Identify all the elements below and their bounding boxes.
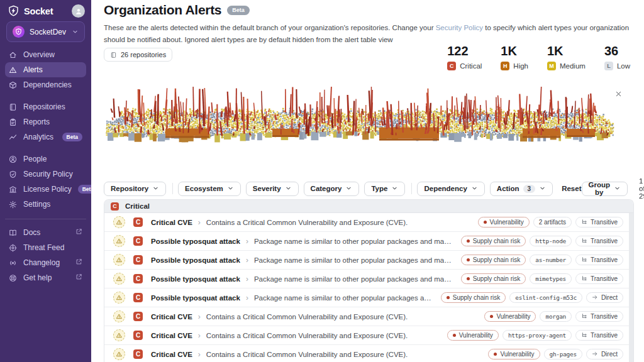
book-icon	[9, 103, 17, 111]
chevron-down-icon	[391, 185, 398, 193]
chevron-right-icon: ›	[246, 237, 248, 246]
filter-type-dropdown[interactable]: Type	[364, 182, 405, 196]
chevron-right-icon: ›	[246, 256, 248, 265]
repositories-chip-label: 26 repositories	[121, 51, 166, 58]
alert-table-row[interactable]: CCritical CVE›Contains a Critical Common…	[104, 345, 633, 362]
chart-close-button[interactable]	[612, 87, 625, 100]
filter-groups: RepositoryEcosystemSeverityCategoryTypeD…	[104, 182, 558, 196]
broadcast-icon	[9, 259, 17, 267]
sidebar-item-get-help[interactable]: Get help	[5, 270, 86, 285]
sidebar-item-security-policy[interactable]: Security Policy	[5, 167, 86, 182]
filter-category-dropdown[interactable]: Category	[304, 182, 360, 196]
direct-icon	[592, 294, 598, 302]
alert-title: Critical CVE	[151, 332, 192, 339]
gear-icon	[9, 200, 17, 209]
alert-description: Contains a Critical Common Vulnerability…	[206, 351, 408, 358]
alert-title: Possible typosquat attack	[151, 238, 240, 245]
nav-section: OverviewAlertsDependencies	[5, 47, 86, 92]
severity-stats: 122CCritical1KHHigh1KMMedium36LLow	[447, 44, 630, 70]
sidebar-item-threat-feed[interactable]: Threat Feed	[5, 240, 86, 255]
stat-low: 36LLow	[604, 44, 630, 70]
alert-table-row[interactable]: CCritical CVE›Contains a Critical Common…	[104, 307, 633, 326]
package-name-pill: as-number	[530, 255, 572, 265]
warning-triangle-icon	[113, 273, 125, 285]
sidebar-item-dependencies[interactable]: Dependencies	[5, 77, 86, 92]
transitive-icon	[581, 256, 587, 264]
risk-type-pill: Vulnerability	[478, 217, 530, 228]
group-by-dropdown[interactable]: Group by	[582, 182, 628, 196]
chevron-right-icon: ›	[198, 218, 201, 227]
external-link-icon	[75, 273, 82, 282]
alert-table-row[interactable]: CPossible typosquat attack›Package name …	[104, 288, 633, 307]
table-scrollbar[interactable]	[629, 213, 633, 362]
person-icon	[9, 155, 17, 163]
filter-action-dropdown[interactable]: Action3	[490, 182, 553, 196]
chevron-right-icon: ›	[246, 293, 248, 302]
risk-dot-icon	[453, 334, 456, 337]
alert-description: Contains a Critical Common Vulnerability…	[206, 313, 408, 321]
severity-badge-critical: C	[133, 293, 143, 302]
sidebar-item-alerts[interactable]: Alerts	[5, 62, 86, 77]
sidebar-item-overview[interactable]: Overview	[5, 47, 86, 62]
user-avatar[interactable]	[72, 4, 85, 18]
dependency-type-pill: Direct	[586, 349, 623, 359]
brand-name: Socket	[24, 6, 53, 16]
alert-table-row[interactable]: CCritical CVE›Contains a Critical Common…	[104, 213, 633, 232]
sidebar-item-license-policy[interactable]: License PolicyBeta	[5, 182, 86, 197]
socket-brand[interactable]: Socket	[8, 5, 72, 17]
reset-filters-button[interactable]: Reset	[562, 185, 581, 192]
sidebar-item-analytics[interactable]: AnalyticsBeta	[5, 129, 86, 145]
security-policy-link[interactable]: Security Policy	[436, 24, 483, 31]
alert-description: Contains a Critical Common Vulnerability…	[206, 332, 408, 339]
stat-critical: 122CCritical	[447, 44, 482, 70]
alert-table-row[interactable]: CCritical CVE›Contains a Critical Common…	[104, 326, 633, 345]
sidebar: Socket SocketDev OverviewAlertsDependenc…	[0, 0, 91, 362]
filter-severity-dropdown[interactable]: Severity	[246, 182, 299, 196]
book-open-icon	[9, 229, 17, 237]
alerts-table: C Critical CCritical CVE›Contains a Crit…	[104, 199, 634, 362]
sidebar-item-docs[interactable]: Docs	[5, 225, 86, 240]
risk-dot-icon	[467, 239, 470, 243]
org-selector[interactable]: SocketDev	[6, 21, 85, 42]
sidebar-item-reports[interactable]: Reports	[5, 114, 86, 129]
risk-type-pill: Supply chain risk	[461, 255, 526, 265]
alert-title: Possible typosquat attack	[151, 294, 240, 302]
sidebar-item-settings[interactable]: Settings	[5, 197, 86, 212]
chevron-down-icon	[72, 26, 79, 38]
alert-table-row[interactable]: CPossible typosquat attack›Package name …	[104, 232, 633, 251]
external-link-icon	[75, 258, 82, 267]
chevron-down-icon	[285, 185, 292, 193]
risk-dot-icon	[467, 277, 470, 280]
table-group-header[interactable]: C Critical	[104, 200, 633, 213]
repositories-chip[interactable]: 26 repositories	[104, 48, 172, 62]
risk-dot-icon	[494, 353, 497, 356]
transitive-icon	[581, 313, 587, 321]
severity-badge-critical: C	[133, 312, 143, 321]
dependency-type-pill: Transitive	[575, 255, 623, 265]
filter-ecosystem-dropdown[interactable]: Ecosystem	[178, 182, 241, 196]
sidebar-item-changelog[interactable]: Changelog	[5, 255, 86, 270]
severity-letter-badge: C	[447, 62, 456, 70]
stat-high: 1KHHigh	[501, 44, 528, 70]
stat-medium: 1KMMedium	[547, 44, 586, 70]
alert-title: Critical CVE	[151, 351, 192, 358]
filter-repository-dropdown[interactable]: Repository	[104, 182, 166, 196]
main-content: Organization Alerts Beta These are the a…	[91, 0, 644, 362]
org-name: SocketDev	[30, 28, 67, 36]
direct-icon	[592, 351, 598, 358]
package-name-pill: http-node	[530, 236, 572, 246]
chevron-down-icon	[227, 185, 234, 193]
package-name-pill: https-proxy-agent	[502, 330, 572, 341]
severity-badge-critical: C	[133, 274, 143, 283]
home-icon	[9, 51, 17, 59]
alert-table-row[interactable]: CPossible typosquat attack›Package name …	[104, 251, 633, 270]
filter-count-badge: 3	[523, 185, 536, 193]
alert-table-row[interactable]: CPossible typosquat attack›Package name …	[104, 270, 633, 288]
sidebar-item-repositories[interactable]: Repositories	[5, 99, 86, 114]
package-name-pill: morgan	[540, 311, 572, 322]
risk-type-pill: Supply chain risk	[461, 236, 526, 246]
sidebar-nav: OverviewAlertsDependenciesRepositoriesRe…	[0, 47, 91, 285]
filter-dependency-dropdown[interactable]: Dependency	[417, 182, 484, 196]
severity-badge-critical: C	[111, 202, 119, 211]
sidebar-item-people[interactable]: People	[5, 151, 86, 167]
